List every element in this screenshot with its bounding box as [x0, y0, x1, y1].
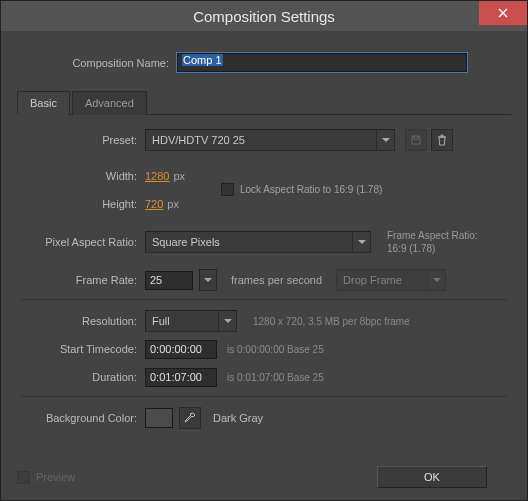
- width-value[interactable]: 1280: [145, 170, 169, 182]
- tab-basic[interactable]: Basic: [17, 91, 70, 115]
- chevron-down-icon: [376, 130, 394, 150]
- bg-color-name: Dark Gray: [213, 412, 263, 424]
- resolution-label: Resolution:: [21, 315, 145, 327]
- bg-color-label: Background Color:: [21, 412, 145, 424]
- frame-aspect-info: Frame Aspect Ratio: 16:9 (1.78): [387, 229, 478, 255]
- close-button[interactable]: [479, 1, 527, 25]
- preview-checkbox-group: Preview: [17, 471, 75, 484]
- chevron-down-icon: [200, 270, 216, 290]
- duration-label: Duration:: [21, 371, 145, 383]
- drop-frame-select: Drop Frame: [336, 269, 446, 291]
- comp-name-input[interactable]: Comp 1: [177, 53, 467, 72]
- chevron-down-icon: [352, 232, 370, 252]
- par-label: Pixel Aspect Ratio:: [21, 236, 145, 248]
- divider: [21, 299, 507, 300]
- divider: [21, 396, 507, 397]
- save-preset-button[interactable]: [405, 129, 427, 151]
- window-title: Composition Settings: [193, 8, 335, 25]
- tab-advanced[interactable]: Advanced: [72, 91, 147, 115]
- width-label: Width:: [21, 170, 145, 182]
- preview-label: Preview: [36, 471, 75, 483]
- width-unit: px: [173, 170, 185, 182]
- frame-rate-input[interactable]: 25: [145, 271, 193, 290]
- eyedropper-icon: [184, 412, 196, 424]
- par-select[interactable]: Square Pixels: [145, 231, 371, 253]
- start-tc-input[interactable]: 0:00:00:00: [145, 340, 217, 359]
- bg-color-swatch[interactable]: [145, 408, 173, 428]
- chevron-down-icon: [218, 311, 236, 331]
- preset-label: Preset:: [21, 134, 145, 146]
- close-icon: [498, 8, 508, 18]
- height-label: Height:: [21, 198, 145, 210]
- chevron-down-icon: [427, 270, 445, 290]
- height-unit: px: [167, 198, 179, 210]
- frame-rate-stepper[interactable]: [199, 269, 217, 291]
- titlebar: Composition Settings: [1, 1, 527, 31]
- save-icon: [410, 134, 422, 146]
- lock-aspect-label: Lock Aspect Ratio to 16:9 (1.78): [240, 184, 382, 195]
- tabs: Basic Advanced: [17, 90, 511, 115]
- resolution-select[interactable]: Full: [145, 310, 237, 332]
- frame-rate-label: Frame Rate:: [21, 274, 145, 286]
- delete-preset-button[interactable]: [431, 129, 453, 151]
- comp-name-label: Composition Name:: [17, 57, 177, 69]
- start-tc-caption: is 0:00:00:00 Base 25: [227, 344, 324, 355]
- duration-input[interactable]: 0:01:07:00: [145, 368, 217, 387]
- trash-icon: [436, 134, 448, 146]
- lock-aspect-checkbox[interactable]: [221, 183, 234, 196]
- height-value[interactable]: 720: [145, 198, 163, 210]
- start-tc-label: Start Timecode:: [21, 343, 145, 355]
- resolution-caption: 1280 x 720, 3.5 MB per 8bpc frame: [253, 316, 410, 327]
- duration-caption: is 0:01:07:00 Base 25: [227, 372, 324, 383]
- preset-select[interactable]: HDV/HDTV 720 25: [145, 129, 395, 151]
- frame-rate-unit: frames per second: [231, 274, 322, 286]
- preview-checkbox: [17, 471, 30, 484]
- composition-settings-dialog: Composition Settings Composition Name: C…: [0, 0, 528, 501]
- ok-button[interactable]: OK: [377, 466, 487, 488]
- eyedropper-button[interactable]: [179, 407, 201, 429]
